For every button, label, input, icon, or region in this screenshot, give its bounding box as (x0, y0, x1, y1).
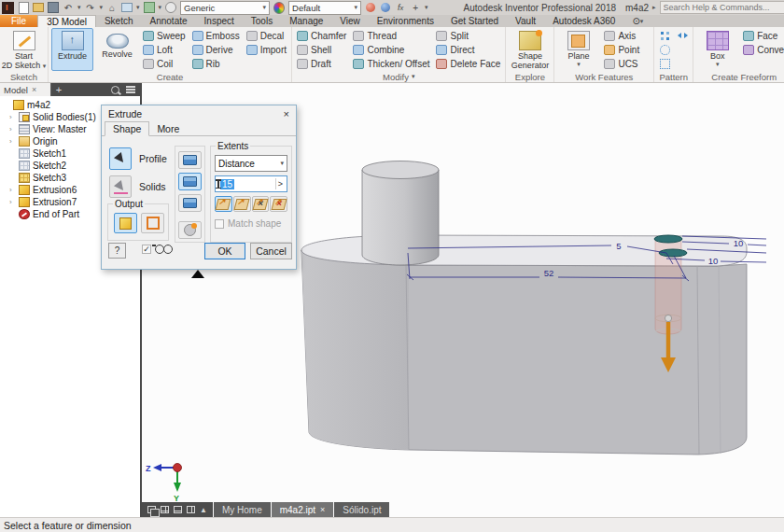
browser-search-icon[interactable] (111, 86, 119, 94)
ribbon-tab[interactable]: Manage (281, 15, 331, 27)
ribbon-small-button[interactable]: Direct (434, 43, 502, 57)
search-collapse-icon[interactable]: ▸ (652, 4, 656, 11)
ribbon-tab[interactable]: File (0, 15, 37, 27)
output-surface-button[interactable] (141, 213, 164, 233)
doc-tab-home[interactable]: My Home (214, 502, 271, 517)
ribbon-small-button[interactable]: Emboss (190, 29, 242, 43)
horizontal-tile-icon[interactable] (174, 506, 182, 513)
tree-expander-icon[interactable]: › (9, 137, 16, 146)
ribbon-tab[interactable]: Get Started (442, 15, 507, 27)
distance-input[interactable]: 15 > (215, 175, 287, 192)
cancel-button[interactable]: Cancel (250, 243, 292, 259)
shape-generator-button[interactable]: Shape Generator (509, 28, 551, 71)
ribbon-small-button[interactable]: Convert (741, 43, 784, 57)
browser-add-tab-button[interactable]: + (50, 83, 66, 96)
extrude-button[interactable]: Extrude (51, 28, 93, 71)
circular-pattern-button[interactable] (657, 43, 672, 57)
material-browser-icon[interactable] (144, 2, 155, 13)
direction2-button[interactable] (233, 196, 251, 212)
cascade-windows-icon[interactable] (147, 506, 156, 513)
ribbon-small-button[interactable]: Rib (190, 57, 242, 71)
ribbon-tab[interactable]: Vault (507, 15, 544, 27)
boolean-intersect-button[interactable] (178, 194, 202, 212)
browser-tab-close-icon[interactable]: × (32, 85, 36, 94)
ribbon-small-button[interactable]: Coil (141, 57, 188, 71)
ribbon-small-button[interactable]: Axis▾ (602, 29, 651, 43)
save-icon[interactable] (48, 2, 59, 13)
parameters-fx-icon[interactable]: fx (395, 2, 406, 13)
tree-expander-icon[interactable]: › (9, 113, 16, 121)
search-input[interactable] (660, 1, 784, 14)
vertical-tile-icon[interactable] (187, 506, 195, 513)
undo-dropdown-icon[interactable]: ▾ (77, 4, 81, 11)
direction1-button[interactable] (215, 196, 232, 212)
match-shape-checkbox[interactable]: Match shape (215, 218, 287, 229)
freeform-box-button[interactable]: Box ▾ (696, 28, 738, 71)
profile-select-button[interactable] (109, 147, 132, 170)
ribbon-small-button[interactable]: Face (741, 29, 784, 43)
extents-mode-select[interactable]: Distance▾ (215, 155, 287, 172)
ribbon-small-button[interactable]: UCS▾ (602, 57, 651, 71)
undo-icon[interactable]: ↶ (63, 2, 74, 13)
parameters-icon[interactable] (165, 2, 176, 13)
appearance-select[interactable]: Default▾ (288, 1, 361, 15)
tree-expander-icon[interactable]: › (9, 186, 16, 194)
ribbon-tab[interactable]: Annotate (142, 15, 196, 27)
ribbon-tab[interactable]: Tools (243, 15, 281, 27)
color-wheel-icon[interactable] (273, 2, 285, 14)
mirror-button[interactable] (675, 29, 690, 43)
preview-checkbox[interactable]: ✓ (142, 245, 164, 254)
doc-tab-m4a2[interactable]: m4a2.ipt× (272, 502, 334, 517)
open-file-icon[interactable] (33, 3, 44, 12)
symmetric-button[interactable] (252, 196, 270, 212)
tree-expander-icon[interactable]: › (9, 198, 16, 206)
ribbon-tab[interactable]: Inspect (196, 15, 243, 27)
boolean-join-button[interactable] (178, 151, 202, 169)
ribbon-tab[interactable]: 3D Model (37, 15, 96, 27)
output-solid-button[interactable] (114, 213, 137, 233)
expand-tabs-icon[interactable]: ▲ (200, 506, 207, 514)
ribbon-tab[interactable]: Autodesk A360 (544, 15, 623, 27)
material-select[interactable]: Generic▾ (180, 1, 270, 15)
dialog-title-bar[interactable]: Extrude × (102, 105, 296, 121)
ribbon-small-button[interactable]: Loft (141, 43, 188, 57)
dialog-close-icon[interactable]: × (284, 108, 289, 119)
plane-button[interactable]: Plane ▾ (557, 28, 599, 71)
inventor-logo-icon[interactable] (2, 2, 14, 14)
new-solid-button[interactable] (178, 221, 202, 239)
adjust-appearance-icon[interactable] (366, 3, 375, 12)
dialog-help-button[interactable]: ? (108, 243, 126, 259)
group-label-modify[interactable]: Modify▾ (295, 71, 502, 82)
ribbon-small-button[interactable]: Derive (190, 43, 242, 57)
tree-expander-icon[interactable]: › (9, 125, 16, 133)
a360-status-icon[interactable]: ⊙▾ (623, 15, 651, 27)
qat-options-icon[interactable]: ▾ (425, 4, 428, 11)
revolve-button[interactable]: Revolve (96, 28, 138, 71)
ribbon-small-button[interactable]: Shell (295, 43, 348, 57)
ribbon-small-button[interactable]: Chamfer (295, 29, 348, 43)
dialog-tab-more[interactable]: More (149, 122, 187, 135)
ribbon-tab[interactable]: Environments (369, 15, 442, 27)
ribbon-small-button[interactable]: Split (434, 29, 502, 43)
ribbon-small-button[interactable]: Thicken/ Offset (351, 57, 431, 71)
redo-icon[interactable]: ↷ (85, 2, 96, 13)
distance-flyout-icon[interactable]: > (275, 178, 285, 189)
boolean-cut-button[interactable] (178, 173, 202, 190)
capture-icon[interactable] (121, 3, 133, 12)
ribbon-small-button[interactable]: Thread (351, 29, 431, 43)
ribbon-small-button[interactable]: Sweep (141, 29, 188, 43)
browser-tab-model[interactable]: Model× (0, 83, 50, 96)
browser-menu-icon[interactable] (126, 86, 135, 93)
ribbon-small-button[interactable]: Point▾ (602, 43, 651, 57)
ribbon-small-button[interactable]: Delete Face (434, 57, 502, 71)
start-2d-sketch-button[interactable]: Start 2D Sketch ▾ (3, 28, 45, 72)
ribbon-tab[interactable]: Sketch (96, 15, 142, 27)
doc-tab-close-icon[interactable]: × (320, 505, 325, 514)
asymmetric-button[interactable] (270, 196, 287, 212)
ok-button[interactable]: OK (204, 243, 245, 259)
ribbon-small-button[interactable]: Decal (245, 29, 288, 43)
ribbon-small-button[interactable]: Draft (295, 57, 348, 71)
add-qat-icon[interactable]: + (410, 2, 421, 13)
rectangular-pattern-button[interactable] (657, 29, 672, 43)
clear-appearance-icon[interactable] (381, 3, 390, 12)
